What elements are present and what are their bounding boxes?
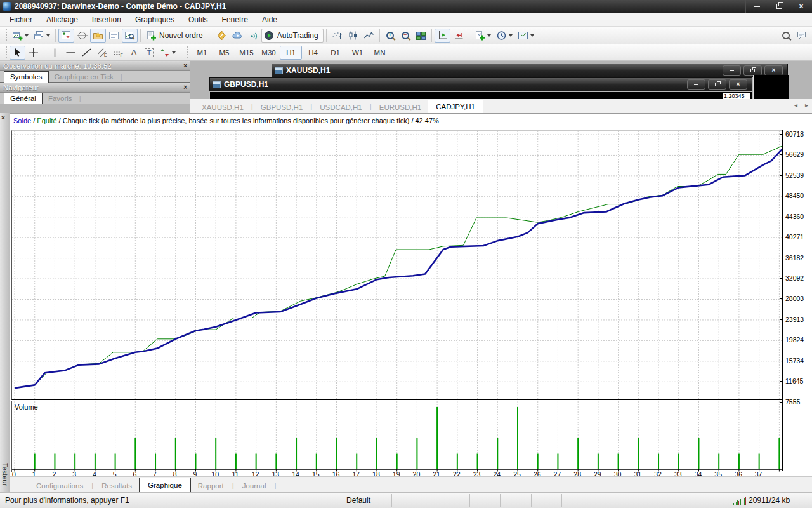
minimize-button[interactable] bbox=[723, 65, 741, 76]
chart-tab-cadjpy-h1[interactable]: CADJPY,H1 bbox=[428, 100, 483, 113]
metaeditor-button[interactable] bbox=[214, 29, 230, 43]
navigator-button[interactable] bbox=[90, 29, 106, 43]
close-button[interactable]: × bbox=[790, 0, 812, 13]
minimize-icon bbox=[730, 70, 734, 71]
strategy-tester-button[interactable] bbox=[122, 29, 138, 43]
navigator-tab-favoris[interactable]: Favoris bbox=[43, 93, 78, 104]
close-icon[interactable]: × bbox=[183, 84, 187, 91]
tester-tab-journal[interactable]: Journal bbox=[235, 479, 273, 492]
new-order-button[interactable]: Nouvel ordre bbox=[143, 29, 208, 43]
toolbar-grip[interactable] bbox=[4, 29, 8, 42]
arrows-button[interactable] bbox=[157, 46, 178, 60]
line-chart-button[interactable] bbox=[361, 29, 377, 43]
new-chart-button[interactable] bbox=[10, 29, 31, 43]
profiles-button[interactable] bbox=[31, 29, 53, 43]
maximize-button[interactable] bbox=[743, 65, 762, 76]
tester-chart: Solde / Equité / Chaque tick (la méthode… bbox=[10, 113, 812, 476]
zoom-in-button[interactable]: + bbox=[383, 29, 398, 43]
auto-scroll-button[interactable] bbox=[435, 29, 450, 43]
minimize-button[interactable] bbox=[687, 79, 705, 90]
volume-plot[interactable] bbox=[11, 401, 783, 472]
chart-tab-usdcad-h1[interactable]: USDCAD,H1 bbox=[313, 102, 368, 113]
timeframe-m1[interactable]: M1 bbox=[191, 46, 213, 60]
balance-equity-plot[interactable] bbox=[11, 130, 783, 400]
channel-button[interactable]: E bbox=[95, 46, 110, 60]
chart-shift-button[interactable] bbox=[450, 29, 466, 43]
bar-chart-button[interactable] bbox=[329, 29, 345, 43]
toolbar-grip[interactable] bbox=[186, 46, 189, 59]
text-button[interactable]: A bbox=[126, 46, 141, 60]
close-icon[interactable]: × bbox=[183, 62, 187, 69]
scroll-right-icon[interactable]: ▸ bbox=[805, 102, 808, 109]
market-watch-header[interactable]: Observation du marché: 10:36:52 × bbox=[0, 61, 190, 71]
close-button[interactable]: × bbox=[764, 65, 783, 76]
close-icon[interactable]: × bbox=[1, 114, 5, 121]
zoom-out-button[interactable]: − bbox=[398, 29, 413, 43]
timeframe-w1[interactable]: W1 bbox=[346, 46, 369, 60]
menu-insertion[interactable]: Insertion bbox=[85, 13, 128, 26]
chat-button[interactable] bbox=[794, 29, 809, 43]
status-profile[interactable]: Default bbox=[346, 496, 370, 505]
menu-outils[interactable]: Outils bbox=[181, 13, 215, 26]
cursor-button[interactable] bbox=[10, 46, 25, 60]
price-fragment: 1.20345 bbox=[723, 93, 750, 99]
tile-windows-button[interactable] bbox=[413, 29, 429, 43]
menu-aide[interactable]: Aide bbox=[255, 13, 284, 26]
tester-tab-graphique[interactable]: Graphique bbox=[139, 478, 191, 492]
horizontal-line-button[interactable] bbox=[63, 46, 79, 60]
scroll-left-icon[interactable]: ◂ bbox=[794, 102, 797, 109]
signals-button[interactable] bbox=[246, 29, 261, 43]
status-divider bbox=[500, 494, 501, 507]
navigator-tab-ge-ne-ral[interactable]: Général bbox=[4, 93, 43, 104]
y-axis-tick-label: 7555 bbox=[785, 398, 800, 406]
chart-tab-xauusd-h1[interactable]: XAUUSD,H1 bbox=[195, 102, 250, 113]
fibonacci-button[interactable]: F bbox=[110, 46, 126, 60]
menu-affichage[interactable]: Affichage bbox=[39, 13, 85, 26]
chart-tab-bar: ◂ ▸ XAUUSD,H1|GBPUSD,H1|USDCAD,H1|EURUSD… bbox=[190, 99, 812, 113]
timeframe-d1[interactable]: D1 bbox=[324, 46, 346, 60]
close-icon: × bbox=[799, 3, 803, 10]
market-watch-button[interactable] bbox=[58, 29, 74, 43]
timeframe-m5[interactable]: M5 bbox=[213, 46, 235, 60]
trendline-button[interactable] bbox=[79, 46, 95, 60]
tester-tab-resultats[interactable]: Resultats bbox=[95, 479, 139, 492]
indicators-button[interactable] bbox=[472, 29, 494, 43]
vertical-line-button[interactable] bbox=[47, 46, 63, 60]
chart-tab-eurusd-h1[interactable]: EURUSD,H1 bbox=[373, 102, 428, 113]
periods-button[interactable] bbox=[494, 29, 515, 43]
tester-tab-rapport[interactable]: Rapport bbox=[191, 479, 231, 492]
timeframe-h4[interactable]: H4 bbox=[302, 46, 324, 60]
data-window-button[interactable] bbox=[74, 29, 90, 43]
timeframe-m30[interactable]: M30 bbox=[258, 46, 280, 60]
close-button[interactable]: × bbox=[729, 79, 747, 90]
line-chart-icon bbox=[363, 30, 374, 41]
timeframe-mn[interactable]: MN bbox=[369, 46, 391, 60]
menu-graphiques[interactable]: Graphiques bbox=[128, 13, 181, 26]
restore-button[interactable] bbox=[768, 0, 790, 13]
text-label-button[interactable]: T bbox=[141, 46, 157, 60]
templates-button[interactable] bbox=[515, 29, 537, 43]
candlestick-button[interactable] bbox=[345, 29, 361, 43]
timeframe-h1[interactable]: H1 bbox=[280, 46, 302, 60]
toolbar-separator bbox=[379, 29, 380, 42]
market-watch-tab-graphique-en-tick[interactable]: Graphique en Tick bbox=[49, 72, 119, 82]
y-axis-tick-label: 28003 bbox=[785, 295, 804, 302]
chart-tab-gbpusd-h1[interactable]: GBPUSD,H1 bbox=[254, 102, 309, 113]
autotrading-button[interactable]: AutoTrading bbox=[261, 29, 324, 43]
navigator-header[interactable]: Navigateur × bbox=[0, 83, 190, 93]
menu-fenetre[interactable]: Fenetre bbox=[215, 13, 255, 26]
child-window-xauusd[interactable]: XAUUSD,H1 × bbox=[272, 64, 788, 77]
maximize-button[interactable] bbox=[708, 79, 726, 90]
menu-fichier[interactable]: Fichier bbox=[3, 13, 39, 26]
chart-fragment bbox=[753, 75, 789, 99]
timeframe-m15[interactable]: M15 bbox=[235, 46, 258, 60]
market-watch-tab-symboles[interactable]: Symboles bbox=[4, 71, 49, 83]
crosshair-button[interactable] bbox=[25, 46, 41, 60]
minimize-button[interactable] bbox=[745, 0, 768, 13]
child-window-gbpusd[interactable]: GBPUSD,H1 × bbox=[209, 77, 752, 91]
community-button[interactable] bbox=[230, 29, 246, 43]
tester-tab-configurations[interactable]: Configurations bbox=[29, 479, 90, 492]
toolbar-grip[interactable] bbox=[4, 46, 8, 59]
terminal-button[interactable] bbox=[106, 29, 122, 43]
search-button[interactable] bbox=[778, 29, 794, 43]
